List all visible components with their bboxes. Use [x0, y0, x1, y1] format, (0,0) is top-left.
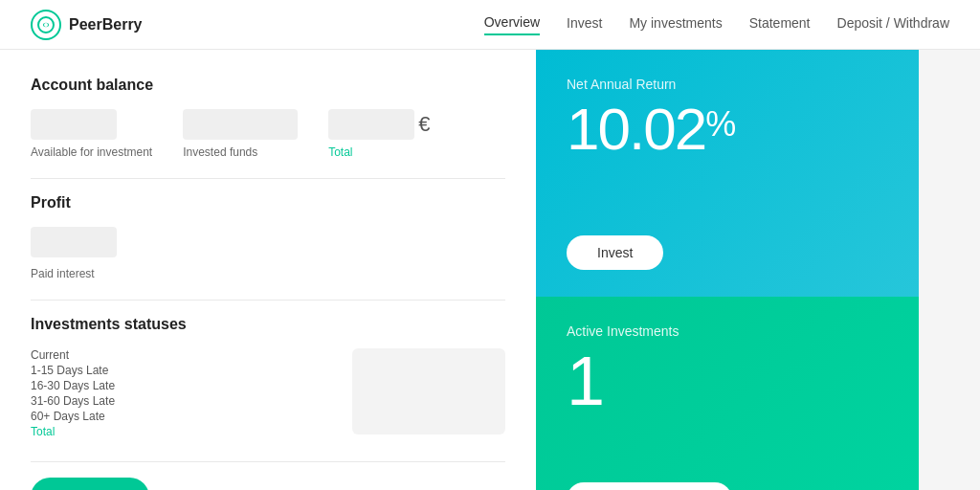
nar-card: Net Annual Return 10.02 % Invest — [536, 50, 919, 297]
invest-button[interactable]: Invest — [567, 235, 663, 270]
total-value-box — [328, 109, 414, 140]
main-nav: Overview Invest My investments Statement… — [484, 14, 949, 35]
ai-subtitle: Active Investments — [567, 323, 888, 339]
invested-funds-item: Invested funds — [183, 109, 298, 159]
svg-point-1 — [44, 23, 48, 27]
account-balance-section: Account balance Available for investment… — [31, 77, 505, 159]
main-layout: Account balance Available for investment… — [0, 50, 980, 490]
right-panel: Net Annual Return 10.02 % Invest Active … — [536, 50, 919, 490]
total-item: € Total — [328, 109, 430, 159]
total-label: Total — [328, 145, 430, 159]
status-1-15: 1-15 Days Late — [31, 364, 115, 377]
view-investments-button[interactable]: View investments — [567, 482, 732, 490]
status-total: Total — [31, 425, 115, 438]
add-funds-button[interactable]: Add funds — [31, 478, 149, 490]
available-investment-item: Available for investment — [31, 109, 152, 159]
investment-statuses-title: Investments statuses — [31, 316, 505, 333]
available-investment-value — [31, 109, 117, 140]
logo: PeerBerry — [31, 10, 143, 40]
paid-interest-label: Paid interest — [31, 267, 95, 280]
statuses-row: Current 1-15 Days Late 16-30 Days Late 3… — [31, 348, 505, 438]
divider-2 — [31, 300, 505, 301]
logo-icon — [31, 10, 61, 40]
ai-value: 1 — [567, 346, 888, 415]
available-investment-label: Available for investment — [31, 145, 152, 159]
nar-subtitle: Net Annual Return — [567, 77, 888, 92]
profit-title: Profit — [31, 194, 505, 212]
status-16-30: 16-30 Days Late — [31, 379, 115, 392]
nav-statement[interactable]: Statement — [749, 15, 811, 34]
left-panel: Account balance Available for investment… — [0, 50, 536, 490]
invested-funds-label: Invested funds — [183, 145, 298, 159]
nav-deposit-withdraw[interactable]: Deposit / Withdraw — [837, 15, 949, 34]
active-investments-card: Active Investments 1 View investments — [536, 297, 919, 490]
divider-3 — [31, 461, 505, 462]
divider-1 — [31, 178, 505, 179]
nar-number: 10.02 — [567, 100, 705, 159]
account-balance-title: Account balance — [31, 77, 505, 94]
investment-chart — [352, 348, 505, 434]
nar-value-display: 10.02 % — [567, 100, 888, 159]
status-60-plus: 60+ Days Late — [31, 410, 115, 423]
paid-interest-value — [31, 227, 117, 257]
invested-funds-value — [183, 109, 298, 140]
statuses-list: Current 1-15 Days Late 16-30 Days Late 3… — [31, 348, 115, 438]
nar-percent: % — [705, 107, 734, 142]
status-31-60: 31-60 Days Late — [31, 394, 115, 408]
balance-row: Available for investment Invested funds … — [31, 109, 505, 159]
nav-my-investments[interactable]: My investments — [629, 15, 722, 34]
nav-overview[interactable]: Overview — [484, 14, 540, 35]
header: PeerBerry Overview Invest My investments… — [0, 0, 980, 50]
total-value-row: € — [328, 109, 430, 140]
logo-text: PeerBerry — [69, 16, 143, 33]
investment-statuses-section: Investments statuses Current 1-15 Days L… — [31, 316, 505, 438]
euro-icon: € — [418, 112, 430, 137]
profit-section: Profit Paid interest — [31, 194, 505, 280]
status-current: Current — [31, 348, 115, 362]
nav-invest[interactable]: Invest — [567, 15, 602, 34]
